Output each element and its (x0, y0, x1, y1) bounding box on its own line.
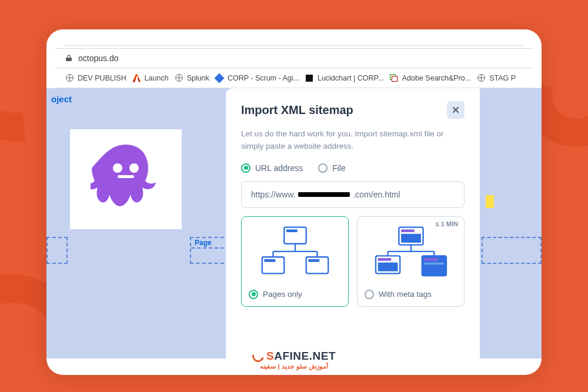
brand-rest: AFINE.NET (274, 350, 336, 362)
choice-label: With meta tags (379, 290, 432, 299)
bookmarks-bar: DEV PUBLISHLaunchSplunkCORP - Scrum - Ag… (55, 68, 533, 88)
tab-strip (64, 40, 524, 46)
octopus-icon (91, 141, 161, 217)
svg-rect-22 (377, 263, 397, 272)
source-type-radio-group: URL address File (241, 163, 465, 173)
svg-rect-14 (401, 230, 415, 233)
radio-icon (241, 163, 250, 173)
redacted-text (298, 192, 350, 197)
bookmark-item[interactable]: Lucidchart | CORP... (305, 73, 384, 82)
url-prefix: https://www. (251, 190, 295, 199)
pages-only-illustration (249, 223, 341, 286)
radio-icon (365, 290, 374, 299)
bookmark-item[interactable]: STAG P (477, 73, 516, 82)
eta-badge: ≤ 1 MIN (436, 220, 458, 227)
url-input[interactable]: https://www. .com/en.html (241, 181, 465, 208)
layers-icon (390, 73, 399, 82)
source-url-option[interactable]: URL address (241, 163, 303, 173)
bookmark-item[interactable]: Launch (132, 73, 169, 82)
globe-icon (477, 73, 486, 82)
safine-watermark: SAFINE.NET آموزش سئو جدید | سفینه (46, 350, 542, 370)
square-icon (305, 73, 314, 82)
diamond-icon (215, 73, 224, 82)
radio-icon (318, 163, 328, 173)
svg-rect-4 (286, 230, 298, 233)
bookmark-label: CORP - Scrum - Agi... (228, 74, 299, 82)
adobe-icon (132, 73, 141, 82)
globe-icon (65, 73, 74, 82)
address-bar[interactable]: octopus.do (55, 48, 533, 68)
bookmark-label: DEV PUBLISH (78, 74, 126, 82)
option-label: File (332, 163, 346, 173)
bookmark-item[interactable]: Splunk (175, 73, 209, 82)
svg-rect-24 (424, 258, 437, 261)
svg-rect-10 (264, 259, 275, 262)
close-icon (452, 106, 460, 114)
app-canvas: oject Page Import XML sitemap (46, 88, 542, 359)
browser-chrome: octopus.do DEV PUBLISHLaunchSplunkCORP -… (46, 29, 542, 88)
svg-rect-21 (377, 258, 391, 261)
yellow-marker (486, 195, 494, 208)
bookmark-label: Adobe Search&Pro... (402, 74, 471, 82)
safine-swish-icon (250, 348, 266, 364)
globe-icon (175, 73, 183, 82)
radio-icon (249, 290, 258, 299)
bookmark-label: Splunk (187, 74, 209, 82)
modal-title: Import XML sitemap (241, 103, 353, 117)
with-meta-illustration (365, 223, 457, 286)
address-text: octopus.do (78, 53, 119, 63)
lock-icon (65, 55, 72, 62)
choice-label: Pages only (263, 290, 302, 299)
choice-with-meta[interactable]: ≤ 1 MIN (357, 216, 465, 307)
logo-card (70, 129, 182, 229)
svg-point-1 (129, 163, 139, 173)
bookmark-item[interactable]: Adobe Search&Pro... (390, 73, 471, 82)
bookmark-item[interactable]: CORP - Scrum - Agi... (215, 73, 299, 82)
svg-rect-15 (401, 234, 421, 243)
modal-description: Let us do the hard work for you. Import … (241, 128, 465, 153)
screenshot-card: octopus.do DEV PUBLISHLaunchSplunkCORP -… (46, 29, 542, 375)
bookmark-label: Lucidchart | CORP... (318, 74, 384, 82)
svg-point-0 (113, 163, 122, 173)
project-title-fragment: oject (51, 94, 72, 104)
import-mode-group: Pages only ≤ 1 MIN (241, 216, 465, 307)
safine-subtitle: آموزش سئو جدید | سفینه (260, 363, 328, 370)
page-node-edge (482, 237, 542, 264)
bookmark-label: Launch (145, 74, 169, 82)
svg-rect-25 (424, 263, 444, 265)
close-button[interactable] (447, 101, 465, 119)
option-label: URL address (255, 163, 303, 173)
import-sitemap-modal: Import XML sitemap Let us do the hard wo… (226, 88, 480, 359)
bookmark-label: STAG P (489, 74, 516, 82)
source-file-option[interactable]: File (318, 163, 346, 173)
svg-rect-12 (308, 259, 319, 262)
choice-pages-only[interactable]: Pages only (241, 216, 349, 307)
bookmark-item[interactable]: DEV PUBLISH (65, 73, 126, 82)
brand-first-letter: S (266, 350, 274, 362)
page-node-edge (46, 237, 68, 264)
url-suffix: .com/en.html (353, 190, 400, 199)
svg-rect-2 (118, 175, 134, 178)
